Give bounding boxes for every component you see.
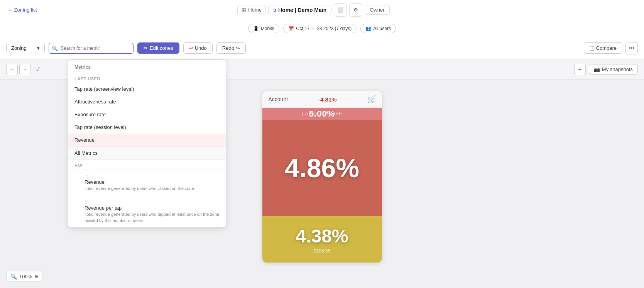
zoning-label: Zoning <box>11 45 27 51</box>
users-filter[interactable]: 👥 All users <box>360 24 396 33</box>
toolbar-right: ⬚ Compare ••• <box>584 42 638 54</box>
active-page-button[interactable]: ↄ Home | Demo Main <box>268 5 331 15</box>
all-metrics-item[interactable]: All Metrics <box>68 146 226 159</box>
compare-button[interactable]: ⬚ Compare <box>584 42 622 54</box>
undo-label: Undo <box>195 45 207 51</box>
page-wrapper: ← Zoning list ⊞ Home ↄ Home | Demo Main … <box>0 0 644 288</box>
revenue-desc: Total revenue generated by users who cli… <box>85 186 220 191</box>
bottom-price: $106.55 <box>314 248 330 254</box>
undo-button[interactable]: ↩ Undo <box>183 42 213 54</box>
nav-left: ← Zoning list <box>8 7 37 13</box>
page-count: 1/1 <box>32 67 44 72</box>
compare-icon: ⬚ <box>590 45 594 51</box>
revenue-highlighted-label: Revenue <box>74 137 95 143</box>
search-icon: 🔍 <box>52 45 58 51</box>
dropdown-header: Metrics <box>68 60 226 73</box>
device-label: Mobile <box>261 26 274 31</box>
metric-exposure[interactable]: Exposure rate <box>68 108 226 121</box>
metric-tap-rate-screenview[interactable]: Tap rate (screenview level) <box>68 83 226 95</box>
home-label: Home <box>248 7 262 13</box>
search-wrap: 🔍 <box>49 43 134 54</box>
snapshot-icon: 📷 <box>594 66 600 72</box>
device-filter[interactable]: 📱 Mobile <box>248 24 279 33</box>
revenue-item[interactable]: ☆ Revenue Total revenue generated by use… <box>68 169 226 195</box>
settings-button[interactable]: ⚙ <box>349 3 362 17</box>
users-icon: 👥 <box>365 26 371 31</box>
star-revenue-icon[interactable]: ☆ <box>85 173 90 179</box>
compare-label: Compare <box>596 45 617 51</box>
filter-bar: 📱 Mobile 📅 Oct 17 → 23 2023 (7 days) 👥 A… <box>0 20 644 37</box>
more-options-button[interactable]: ••• <box>625 42 638 54</box>
gear-icon: ⚙ <box>353 7 358 13</box>
prev-button[interactable]: ← <box>6 64 18 75</box>
toolbar: Zoning ▾ 🔍 ✏ Edit zones ↩ Undo Redo ↪ ⬚ … <box>0 37 644 59</box>
zoom-out-icon[interactable]: 🔍 <box>10 273 17 280</box>
revenue-per-tap-title: Revenue per tap <box>85 205 220 211</box>
add-snapshot-button[interactable]: + <box>574 64 586 75</box>
last-used-section-label: Last Used <box>68 73 226 83</box>
revenue-per-tap-desc: Total revenue generated by users who tap… <box>85 212 220 224</box>
zoom-in-icon[interactable]: ⊕ <box>34 274 38 279</box>
screenshot-icon: ⬜ <box>337 7 343 13</box>
page-icon: ↄ <box>273 7 276 13</box>
phone-header: Account -4.81% 🛒 <box>262 91 382 108</box>
back-link[interactable]: ← Zoning list <box>8 7 37 13</box>
next-button[interactable]: → <box>19 64 31 75</box>
attractiveness-label: Attractiveness rate <box>74 99 116 105</box>
latest-stuff-bar: LATEST STUFF 5.00% <box>262 108 382 120</box>
revenue-per-tap-item[interactable]: ☆ Revenue per tap Total revenue generate… <box>68 195 226 227</box>
metric-search-input[interactable] <box>49 43 134 54</box>
star-revenue-per-tap-icon[interactable]: ☆ <box>85 199 90 205</box>
tap-rate-session-label: Tap rate (session level) <box>74 124 126 130</box>
edit-label: Edit zones <box>150 45 173 51</box>
date-label: Oct 17 → 23 2023 (7 days) <box>296 26 352 31</box>
metric-revenue-highlighted[interactable]: Revenue <box>68 134 226 146</box>
revenue-item-content: Revenue Total revenue generated by users… <box>85 179 220 191</box>
account-label: Account <box>269 96 288 102</box>
roi-section: ROI ☆ Revenue Total revenue generated by… <box>68 159 226 227</box>
zone-bottom-yellow: 4.38% $106.55 <box>262 216 382 263</box>
zone2-pct: 4.86% <box>285 153 359 183</box>
exposure-label: Exposure rate <box>74 112 106 117</box>
zone3-pct: 4.38% <box>296 225 348 247</box>
zone-main-red: 4.86% <box>262 120 382 216</box>
redo-label: Redo <box>222 45 234 51</box>
home-button[interactable]: ⊞ Home <box>237 5 266 15</box>
roi-section-label: ROI <box>68 160 226 169</box>
redo-icon: ↪ <box>236 45 240 51</box>
zoom-bar: 🔍 100% ⊕ <box>6 271 42 282</box>
zone1-pct: 5.00% <box>309 109 335 119</box>
undo-icon: ↩ <box>189 45 193 51</box>
my-snapshots-label: My snapshots <box>602 66 633 72</box>
revenue-title: Revenue <box>85 179 220 185</box>
mobile-icon: 📱 <box>253 26 259 31</box>
zone3-content: 4.38% $106.55 <box>296 225 348 254</box>
cart-icon: 🛒 <box>367 95 376 103</box>
screenshot-button[interactable]: ⬜ <box>334 3 347 17</box>
zoning-dropdown[interactable]: Zoning ▾ <box>6 43 45 53</box>
revenue-per-tap-content: Revenue per tap Total revenue generated … <box>85 205 220 224</box>
edit-zones-button[interactable]: ✏ Edit zones <box>137 42 179 54</box>
metric-dropdown: Metrics Last Used Tap rate (screenview l… <box>68 59 226 227</box>
date-filter[interactable]: 📅 Oct 17 → 23 2023 (7 days) <box>283 24 357 33</box>
phone-mockup: Account -4.81% 🛒 LATEST STUFF 5.00% 4.86… <box>262 91 382 263</box>
metric-attractiveness[interactable]: Attractiveness rate <box>68 95 226 108</box>
tap-rate-screenview-label: Tap rate (screenview level) <box>74 86 134 92</box>
metric-tap-rate-session[interactable]: Tap rate (session level) <box>68 121 226 134</box>
zoom-level: 100% <box>19 274 32 280</box>
header-pct: -4.81% <box>318 96 337 103</box>
nav-right: + 📷 My snapshots <box>574 64 638 75</box>
redo-button[interactable]: Redo ↪ <box>216 42 246 54</box>
pencil-icon: ✏ <box>144 45 148 51</box>
my-snapshots-button[interactable]: 📷 My snapshots <box>589 64 638 75</box>
users-label: All users <box>373 26 391 31</box>
top-nav: ← Zoning list ⊞ Home ↄ Home | Demo Main … <box>0 0 644 20</box>
ellipsis-icon: ••• <box>629 45 634 51</box>
nav-center: ⊞ Home ↄ Home | Demo Main ⬜ ⚙ Owner <box>237 3 389 17</box>
grid-icon: ⊞ <box>242 7 246 13</box>
owner-badge[interactable]: Owner <box>365 5 389 15</box>
chevron-down-icon: ▾ <box>37 45 40 51</box>
active-page-label: Home | Demo Main <box>278 7 326 13</box>
calendar-icon: 📅 <box>288 26 294 31</box>
nav-arrows: ← → 1/1 <box>6 64 44 75</box>
